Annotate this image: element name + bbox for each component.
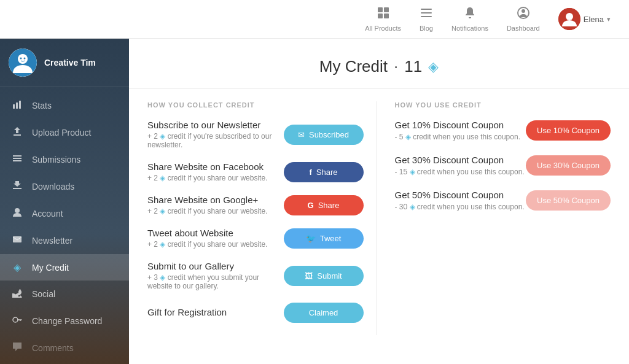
svg-point-12 xyxy=(18,54,28,64)
sidebar-changepass-label: Change Password xyxy=(32,316,102,326)
coupon-10-row: Get 10% Discount Coupon - 5 ◈ credit whe… xyxy=(395,120,611,141)
sidebar-item-change-password[interactable]: Change Password xyxy=(0,308,129,335)
sidebar-item-stats[interactable]: Stats xyxy=(0,92,129,119)
nav-blog[interactable]: Blog xyxy=(420,6,433,32)
user-menu[interactable]: Elena ▾ xyxy=(558,8,611,30)
sidebar-submissions-label: Submissions xyxy=(32,155,80,165)
twitter-bird-icon: 🐦 xyxy=(306,234,316,243)
sidebar-item-comments[interactable]: Comments xyxy=(0,335,129,362)
subscribed-button[interactable]: ✉ Subscribed xyxy=(284,125,364,145)
use-50-coupon-button[interactable]: Use 50% Coupon xyxy=(526,190,611,211)
coupon-30-title: Get 30% Discount Coupon xyxy=(395,155,525,165)
sidebar-item-wishlist[interactable]: Wishlist xyxy=(0,362,129,364)
facebook-icon: f xyxy=(309,168,311,177)
sidebar-avatar xyxy=(9,48,37,77)
svg-point-8 xyxy=(522,9,525,13)
comments-icon xyxy=(11,342,23,354)
sidebar-credit-label: My Credit xyxy=(32,263,69,273)
svg-rect-20 xyxy=(13,158,21,159)
svg-rect-4 xyxy=(421,9,432,10)
user-dropdown-icon: ▾ xyxy=(607,15,611,23)
sidebar-social-label: Social xyxy=(32,289,55,299)
sidebar-item-downloads[interactable]: Downloads xyxy=(0,173,129,200)
sidebar-item-newsletter[interactable]: Newsletter xyxy=(0,227,129,254)
sidebar-nav: Stats Upload Product xyxy=(0,87,129,364)
coupon-50-desc: - 30 ◈ credit when you use this coupon. xyxy=(395,203,525,211)
sidebar-item-upload-product[interactable]: Upload Product xyxy=(0,119,129,146)
twitter-tweet-button[interactable]: 🐦 Tweet xyxy=(284,228,364,249)
sidebar-account-label: Account xyxy=(32,209,63,219)
sidebar-newsletter-label: Newsletter xyxy=(32,236,72,246)
svg-rect-3 xyxy=(384,14,389,18)
svg-rect-19 xyxy=(13,155,21,157)
twitter-title: Tweet about Website xyxy=(147,228,267,238)
sidebar-profile: Creative Tim xyxy=(0,39,129,87)
svg-rect-16 xyxy=(16,103,18,109)
svg-rect-17 xyxy=(19,101,21,109)
svg-rect-6 xyxy=(421,16,432,17)
coupon-30-desc: - 15 ◈ credit when you use this coupon. xyxy=(395,168,525,176)
google-share-button[interactable]: G Share xyxy=(284,195,364,215)
svg-rect-15 xyxy=(13,104,15,109)
sidebar-item-social[interactable]: Social xyxy=(0,281,129,308)
sidebar-comments-label: Comments xyxy=(32,343,74,353)
dashboard-label: Dashboard xyxy=(507,25,540,32)
gallery-title: Submit to our Gallery xyxy=(147,261,284,271)
key-icon xyxy=(11,315,23,327)
use-10-coupon-button[interactable]: Use 10% Coupon xyxy=(526,120,611,141)
grid-icon xyxy=(377,6,390,23)
collect-item-google: Share Website on Google+ + 2 ◈ credit if… xyxy=(147,195,364,215)
coupon-30-row: Get 30% Discount Coupon - 15 ◈ credit wh… xyxy=(395,155,611,176)
registration-title: Gift for Registration xyxy=(147,307,227,317)
registration-button[interactable]: Claimed xyxy=(284,303,364,323)
collect-item-registration: Gift for Registration Claimed xyxy=(147,303,364,323)
collect-item-gallery: Submit to our Gallery + 3 ◈ credit when … xyxy=(147,261,364,290)
facebook-title: Share Website on Facebook xyxy=(147,161,267,172)
svg-point-10 xyxy=(566,13,573,20)
mail-icon: ✉ xyxy=(298,130,305,139)
coupon-10-title: Get 10% Discount Coupon xyxy=(395,120,520,130)
twitter-desc: + 2 ◈ credit if you share our website. xyxy=(147,240,267,249)
use-30-coupon-button[interactable]: Use 30% Coupon xyxy=(526,155,611,176)
collect-item-facebook: Share Website on Facebook + 2 ◈ credit i… xyxy=(147,161,364,182)
account-icon xyxy=(11,207,23,220)
svg-point-25 xyxy=(13,317,18,322)
page-header: My Credit · 11 ◈ xyxy=(129,39,629,89)
top-nav: All Products Blog Notifications xyxy=(0,0,629,39)
svg-point-13 xyxy=(20,58,22,60)
newsletter-desc: + 2 ◈ credit if you're subscribed to our… xyxy=(147,132,284,149)
sidebar: Creative Tim Stats xyxy=(0,39,129,364)
google-desc: + 2 ◈ credit if you share our website. xyxy=(147,207,267,215)
svg-point-23 xyxy=(15,208,20,213)
credit-columns: HOW YOU COLLECT CREDIT Subscribe to our … xyxy=(147,101,611,335)
nav-dashboard[interactable]: Dashboard xyxy=(507,6,540,32)
nav-notifications[interactable]: Notifications xyxy=(451,6,488,32)
app-layout: Creative Tim Stats xyxy=(0,39,629,364)
svg-rect-18 xyxy=(14,134,21,136)
google-icon: G xyxy=(308,201,314,210)
nav-all-products[interactable]: All Products xyxy=(365,6,401,32)
sidebar-item-submissions[interactable]: Submissions xyxy=(0,146,129,173)
collect-header: HOW YOU COLLECT CREDIT xyxy=(147,101,364,109)
facebook-share-button[interactable]: f Share xyxy=(284,162,364,182)
gallery-submit-button[interactable]: 🖼 Submit xyxy=(284,266,364,286)
facebook-desc: + 2 ◈ credit if you share our website. xyxy=(147,174,267,182)
blog-label: Blog xyxy=(420,25,433,32)
dashboard-icon xyxy=(517,6,530,23)
coupon-50-row: Get 50% Discount Coupon - 30 ◈ credit wh… xyxy=(395,190,611,211)
sidebar-item-account[interactable]: Account xyxy=(0,200,129,227)
upload-icon xyxy=(11,126,23,139)
submissions-icon xyxy=(11,153,23,166)
svg-rect-24 xyxy=(13,236,21,242)
sidebar-downloads-label: Downloads xyxy=(32,182,74,192)
sidebar-upload-label: Upload Product xyxy=(32,128,92,137)
collect-item-newsletter: Subscribe to our Newsletter + 2 ◈ credit… xyxy=(147,120,364,149)
stats-icon xyxy=(11,99,23,112)
use-credit-column: HOW YOU USE CREDIT Get 10% Discount Coup… xyxy=(377,101,611,335)
notifications-label: Notifications xyxy=(451,25,488,32)
credit-icon: ◈ xyxy=(11,261,23,273)
all-products-label: All Products xyxy=(365,25,401,32)
google-title: Share Website on Google+ xyxy=(147,195,267,205)
sidebar-item-my-credit[interactable]: ◈ My Credit xyxy=(0,254,129,281)
svg-rect-22 xyxy=(13,188,21,189)
